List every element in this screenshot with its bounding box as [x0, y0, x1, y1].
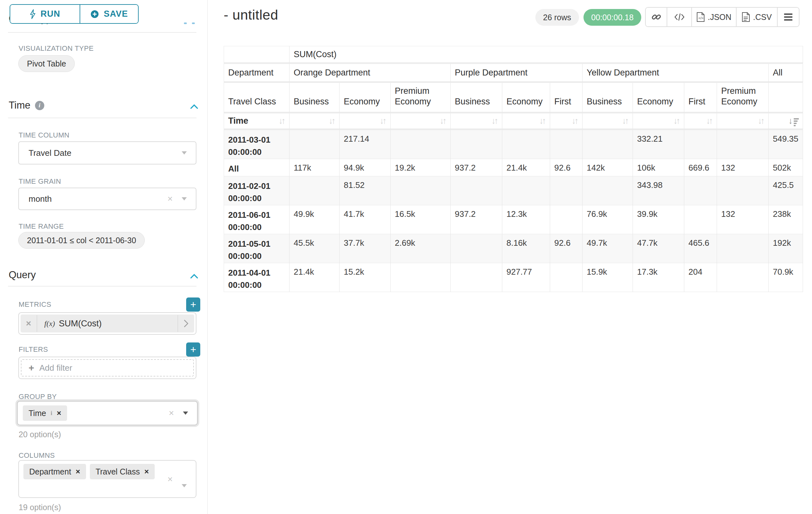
value-cell: 92.6: [550, 159, 582, 177]
sort-desc-icon[interactable]: ↓: [789, 116, 799, 126]
filters-control: + Add filter: [18, 357, 196, 379]
value-cell: 37.7k: [340, 234, 390, 263]
embed-code-button[interactable]: [667, 8, 692, 26]
metric-pill[interactable]: × f(x) SUM(Cost): [21, 315, 194, 332]
time-column-select[interactable]: Travel Date: [18, 141, 196, 164]
time-grain-label: TIME GRAIN: [19, 177, 61, 186]
sort-icon[interactable]: ↓↑: [706, 116, 713, 126]
results-menu-button[interactable]: [778, 8, 799, 26]
columns-select[interactable]: Department × Travel Class × ×: [18, 460, 196, 498]
add-metric-button[interactable]: +: [186, 297, 200, 312]
clipped-icon-dot: [184, 23, 187, 24]
value-cell: 217.14: [340, 130, 390, 159]
value-cell: 45.5k: [290, 234, 340, 263]
chevron-right-icon[interactable]: [177, 315, 194, 332]
sort-cell: ↓: [769, 113, 803, 130]
menu-icon: [784, 13, 792, 21]
value-cell: 16.5k: [390, 205, 451, 234]
metric-name: SUM(Cost): [59, 319, 102, 329]
clear-icon[interactable]: ×: [169, 408, 174, 418]
travel-class-cell: Economy: [340, 83, 390, 113]
travel-class-cell: Economy: [502, 83, 550, 113]
run-button[interactable]: RUN: [10, 5, 80, 23]
sort-icon[interactable]: ↓↑: [380, 116, 386, 126]
run-label: RUN: [40, 9, 60, 19]
row-label-cell: 2011-02-01 00:00:00: [224, 177, 290, 205]
columns-chip[interactable]: Travel Class ×: [90, 464, 155, 479]
value-cell: 70.9k: [769, 263, 803, 292]
save-button[interactable]: SAVE: [80, 5, 138, 23]
value-cell: [451, 177, 502, 205]
result-toolbar: </> .JSON .CSV: [645, 7, 800, 27]
time-grain-select[interactable]: month ×: [18, 188, 196, 210]
group-by-chip[interactable]: Time i ×: [23, 405, 67, 421]
value-cell: 425.5: [769, 177, 803, 205]
time-column-value: Travel Date: [19, 148, 71, 158]
filters-label: FILTERS: [19, 345, 48, 354]
sort-icon[interactable]: ↓↑: [673, 116, 680, 126]
remove-chip-icon[interactable]: ×: [144, 467, 149, 476]
travel-class-cell: Premium Economy: [717, 83, 769, 113]
pivot-table: SUM(Cost)DepartmentOrange DepartmentPurp…: [224, 46, 803, 292]
add-filter-plus-button[interactable]: +: [186, 343, 200, 357]
sort-icon[interactable]: ↓↑: [622, 116, 629, 126]
value-cell: [550, 205, 582, 234]
sort-icon[interactable]: ↓↑: [329, 116, 336, 126]
columns-chip[interactable]: Department ×: [23, 464, 86, 479]
travel-class-cell: Premium Economy: [390, 83, 451, 113]
value-cell: 92.6: [550, 234, 582, 263]
visualization-type-pill[interactable]: Pivot Table: [18, 55, 75, 72]
panel-divider: [207, 0, 208, 514]
remove-chip-icon[interactable]: ×: [76, 467, 80, 476]
group-by-options-hint: 20 option(s): [19, 430, 61, 439]
value-cell: [684, 205, 717, 234]
sort-icon[interactable]: ↓↑: [491, 116, 498, 126]
chevron-up-icon[interactable]: [190, 273, 198, 279]
chevron-down-icon: [182, 484, 187, 487]
sort-icon[interactable]: ↓↑: [440, 116, 446, 126]
remove-metric-icon[interactable]: ×: [21, 315, 37, 332]
clear-icon[interactable]: ×: [168, 194, 173, 204]
value-cell: [451, 263, 502, 292]
value-cell: [582, 177, 633, 205]
chart-title[interactable]: - untitled: [224, 7, 278, 23]
value-cell: 142k: [582, 159, 633, 177]
row-label-cell: 2011-03-01 00:00:00: [224, 130, 290, 159]
table-row: 2011-03-01 00:00:00217.14332.21549.35: [224, 130, 803, 159]
table-row: 2011-04-01 00:00:0021.4k15.2k927.7715.9k…: [224, 263, 803, 292]
value-cell: [550, 177, 582, 205]
sort-icon[interactable]: ↓↑: [279, 116, 285, 126]
export-csv-button[interactable]: .CSV: [736, 8, 778, 26]
travel-class-cell: Economy: [633, 83, 684, 113]
remove-chip-icon[interactable]: ×: [57, 409, 61, 417]
value-cell: 106k: [633, 159, 684, 177]
value-cell: [502, 177, 550, 205]
time-grain-value: month: [19, 194, 52, 204]
value-cell: 2.69k: [390, 234, 451, 263]
chevron-up-icon[interactable]: [190, 104, 198, 110]
plus-icon: +: [29, 362, 34, 373]
travel-class-dimension-cell: Travel Class: [224, 83, 290, 113]
sort-icon[interactable]: ↓↑: [572, 116, 578, 126]
group-by-select[interactable]: Time i × ×: [17, 401, 198, 425]
value-cell: [290, 177, 340, 205]
value-cell: 204: [684, 263, 717, 292]
json-label: .JSON: [708, 12, 731, 22]
time-range-pill[interactable]: 2011-01-01 ≤ col < 2011-06-30: [18, 232, 145, 249]
time-range-label: TIME RANGE: [19, 222, 64, 231]
sort-icon[interactable]: ↓↑: [539, 116, 546, 126]
metric-body: f(x) SUM(Cost): [37, 319, 177, 329]
value-cell: 15.9k: [582, 263, 633, 292]
copy-link-button[interactable]: [646, 8, 667, 26]
json-file-icon: </>: [696, 12, 705, 22]
department-group-cell: Purple Department: [451, 64, 582, 83]
corner-cell: [224, 46, 290, 64]
export-json-button[interactable]: </> .JSON: [692, 8, 736, 26]
department-dimension-cell: Department: [224, 64, 290, 83]
value-cell: 15.2k: [340, 263, 390, 292]
row-label-cell: 2011-06-01 00:00:00: [224, 205, 290, 234]
sort-icon[interactable]: ↓↑: [758, 116, 764, 126]
clear-icon[interactable]: ×: [168, 474, 173, 484]
sort-cell: ↓↑: [502, 113, 550, 130]
add-filter-button[interactable]: + Add filter: [21, 359, 194, 377]
